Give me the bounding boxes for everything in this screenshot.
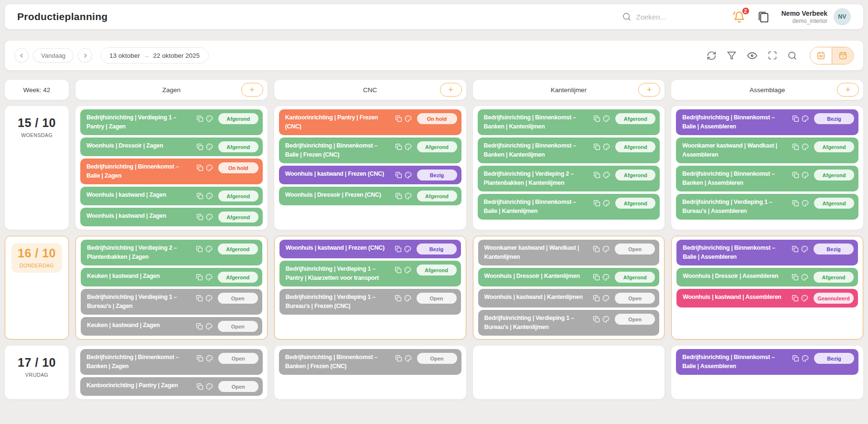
task-card[interactable]: Kantoorinrichting | Pantry | Frezen (CNC… — [279, 109, 461, 135]
task-card[interactable]: Bedrijfsinrichting | Binnenkomst – Balie… — [80, 159, 263, 184]
palette-icon[interactable] — [206, 115, 213, 122]
task-card[interactable]: Bedrijfsinrichting | Binnenkomst – Banke… — [80, 349, 263, 375]
copy-icon[interactable] — [593, 143, 600, 150]
palette-icon[interactable] — [206, 192, 213, 200]
palette-icon[interactable] — [602, 274, 610, 281]
palette-icon[interactable] — [205, 295, 213, 302]
copy-icon[interactable] — [196, 355, 204, 362]
copy-icon[interactable] — [196, 323, 203, 330]
palette-icon[interactable] — [404, 266, 411, 274]
today-button[interactable]: Vandaag — [33, 48, 74, 63]
task-card[interactable]: Bedrijfsinrichting | Binnenkomst – Balie… — [478, 194, 660, 220]
copy-icon[interactable] — [196, 213, 204, 221]
copy-icon[interactable] — [593, 200, 600, 207]
add-task-button[interactable]: + — [440, 83, 462, 97]
copy-icon[interactable] — [196, 295, 203, 302]
copy-icon[interactable] — [196, 143, 204, 150]
task-card[interactable]: Bedrijfsinrichting | Binnenkomst – Banke… — [478, 109, 660, 135]
filter-button[interactable] — [727, 51, 737, 61]
copy-icon[interactable] — [395, 192, 402, 200]
palette-icon[interactable] — [802, 200, 809, 207]
palette-icon[interactable] — [802, 355, 809, 362]
palette-icon[interactable] — [206, 143, 213, 150]
task-card[interactable]: Woonhuis | kastwand | ZagenAfgerond — [80, 208, 263, 226]
date-range[interactable]: 13 oktober → 22 oktober 2025 — [100, 47, 209, 64]
copy-icon[interactable] — [395, 143, 402, 150]
palette-icon[interactable] — [801, 245, 808, 253]
logbook-button[interactable] — [757, 11, 769, 23]
palette-icon[interactable] — [802, 115, 809, 122]
palette-icon[interactable] — [801, 295, 808, 302]
task-card[interactable]: Woonhuis | kastwand | KantenlijmenOpen — [478, 289, 660, 307]
palette-icon[interactable] — [802, 171, 809, 179]
task-card[interactable]: Woonhuis | kastwand | ZagenAfgerond — [80, 187, 263, 205]
task-card[interactable]: Bedrijfsinrichting | Verdieping 1 – Bure… — [478, 310, 660, 336]
palette-icon[interactable] — [205, 274, 213, 281]
prev-button[interactable] — [14, 48, 29, 63]
copy-icon[interactable] — [792, 115, 799, 122]
palette-icon[interactable] — [801, 274, 808, 281]
palette-icon[interactable] — [405, 171, 412, 179]
copy-icon[interactable] — [593, 295, 600, 302]
copy-icon[interactable] — [593, 115, 600, 122]
task-card[interactable]: Bedrijfsinrichting | Verdieping 1 – Pant… — [80, 109, 263, 135]
copy-icon[interactable] — [395, 355, 402, 362]
copy-icon[interactable] — [196, 192, 204, 200]
palette-icon[interactable] — [206, 355, 213, 362]
copy-icon[interactable] — [196, 164, 204, 171]
palette-icon[interactable] — [404, 245, 411, 253]
palette-icon[interactable] — [602, 316, 610, 323]
palette-icon[interactable] — [405, 115, 412, 122]
task-card[interactable]: Bedrijfsinrichting | Binnenkomst – Balie… — [676, 109, 858, 135]
task-card[interactable]: Bedrijfsinrichting | Binnenkomst – Balie… — [279, 138, 461, 163]
copy-icon[interactable] — [196, 245, 203, 253]
palette-icon[interactable] — [603, 171, 610, 179]
task-card[interactable]: Woonhuis | kastwand | Frezen (CNC)Bezig — [279, 240, 461, 258]
copy-icon[interactable] — [593, 245, 600, 253]
task-card[interactable]: Woonhuis | Dressoir | Frezen (CNC)Afgero… — [279, 187, 461, 205]
task-card[interactable]: Bedrijfsinrichting | Verdieping 2 – Plan… — [81, 240, 262, 265]
palette-icon[interactable] — [404, 295, 411, 302]
palette-icon[interactable] — [405, 192, 412, 200]
task-card[interactable]: Kantoorinrichting | Pantry | ZagenOpen — [80, 377, 263, 396]
palette-icon[interactable] — [603, 143, 610, 150]
view-toggle-rows[interactable] — [810, 47, 832, 64]
next-button[interactable] — [78, 48, 92, 63]
task-card[interactable]: Bedrijfsinrichting | Verdieping 1 – Bure… — [676, 194, 858, 220]
search-input[interactable] — [636, 13, 698, 21]
task-card[interactable]: Bedrijfsinrichting | Verdieping 2 – Plan… — [478, 166, 660, 191]
notifications-button[interactable]: 2 — [733, 11, 746, 23]
sync-button[interactable] — [707, 51, 717, 61]
task-card[interactable]: Woonhuis | Dressoir | ZagenAfgerond — [80, 138, 263, 156]
palette-icon[interactable] — [206, 164, 213, 171]
copy-icon[interactable] — [395, 245, 402, 253]
task-card[interactable]: Bedrijfsinrichting | Verdieping 1 – Pant… — [279, 261, 461, 286]
copy-icon[interactable] — [395, 171, 402, 179]
copy-icon[interactable] — [593, 171, 600, 179]
palette-icon[interactable] — [603, 115, 610, 122]
avatar[interactable]: NV — [834, 8, 851, 25]
task-card[interactable]: Bedrijfsinrichting | Binnenkomst – Banke… — [676, 166, 858, 191]
palette-icon[interactable] — [206, 213, 213, 221]
task-card[interactable]: Woonhuis | Dressoir | AssemblerenAfgeron… — [676, 268, 858, 286]
palette-icon[interactable] — [603, 200, 610, 207]
palette-icon[interactable] — [205, 323, 213, 330]
copy-icon[interactable] — [792, 295, 799, 302]
copy-icon[interactable] — [593, 274, 600, 281]
copy-icon[interactable] — [792, 245, 799, 253]
add-task-button[interactable]: + — [837, 83, 859, 97]
task-card[interactable]: Bedrijfsinrichting | Binnenkomst – Banke… — [279, 349, 461, 375]
copy-icon[interactable] — [395, 266, 402, 274]
copy-icon[interactable] — [792, 171, 799, 179]
task-card[interactable]: Bedrijfsinrichting | Binnenkomst – Balie… — [676, 349, 858, 375]
palette-icon[interactable] — [205, 245, 213, 253]
user-info[interactable]: Nemo Verbeek demo_interior — [782, 10, 828, 24]
copy-icon[interactable] — [196, 383, 204, 390]
task-card[interactable]: Keuken | kastwand | ZagenOpen — [81, 317, 262, 336]
copy-icon[interactable] — [593, 316, 600, 323]
zoom-button[interactable] — [787, 51, 797, 61]
visibility-button[interactable] — [747, 50, 758, 61]
copy-icon[interactable] — [196, 115, 204, 122]
add-task-button[interactable]: + — [638, 83, 660, 97]
add-task-button[interactable]: + — [241, 83, 263, 97]
